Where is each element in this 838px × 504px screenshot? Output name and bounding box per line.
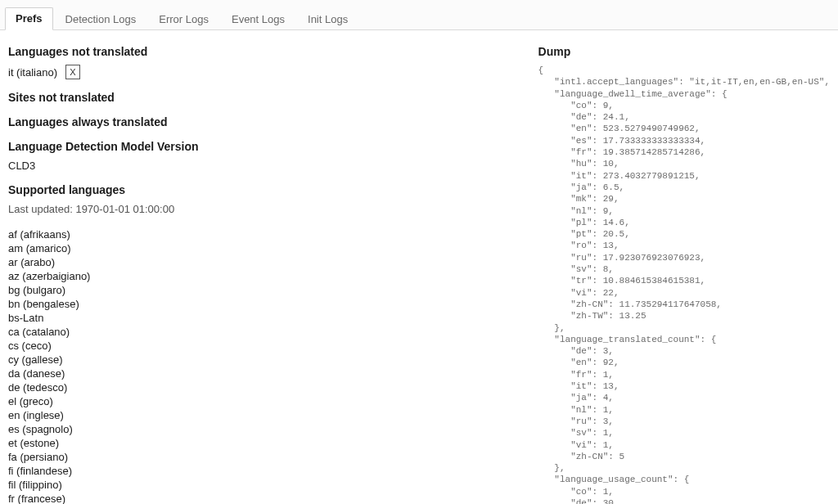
left-pane: Languages not translated it (italiano) X… [0, 30, 534, 504]
tab-prefs[interactable]: Prefs [5, 7, 53, 30]
supported-language-item: bs-Latn [8, 312, 525, 324]
right-pane: Dump { "intl.accept_languages": "it,it-I… [534, 30, 838, 504]
supported-language-item: fa (persiano) [8, 451, 525, 463]
tab-bar: PrefsDetection LogsError LogsEvent LogsI… [0, 0, 838, 30]
last-updated-text: Last updated: 1970-01-01 01:00:00 [8, 203, 525, 215]
tab-init-logs[interactable]: Init Logs [297, 8, 358, 30]
supported-language-item: af (afrikaans) [8, 228, 525, 241]
tab-event-logs[interactable]: Event Logs [221, 8, 295, 30]
supported-language-item: ca (catalano) [8, 326, 525, 338]
tab-detection-logs[interactable]: Detection Logs [55, 8, 147, 30]
heading-sites-not-translated: Sites not translated [8, 91, 525, 104]
supported-language-item: cy (gallese) [8, 353, 525, 366]
heading-languages-always-translated: Languages always translated [8, 115, 525, 128]
supported-language-item: et (estone) [8, 437, 525, 449]
supported-language-item: es (spagnolo) [8, 423, 525, 435]
model-version-value: CLD3 [8, 160, 525, 172]
heading-language-detection-model-version: Language Detection Model Version [8, 140, 525, 153]
language-chip-label: it (italiano) [8, 66, 57, 79]
supported-language-item: bn (bengalese) [8, 298, 525, 310]
supported-language-item: bg (bulgaro) [8, 284, 525, 296]
page-root: PrefsDetection LogsError LogsEvent LogsI… [0, 0, 838, 504]
supported-language-item: cs (ceco) [8, 340, 525, 352]
supported-language-item: fr (francese) [8, 493, 525, 504]
supported-language-item: am (amarico) [8, 242, 525, 254]
heading-dump: Dump [538, 45, 830, 58]
tab-error-logs[interactable]: Error Logs [148, 8, 219, 30]
heading-languages-not-translated: Languages not translated [8, 45, 525, 58]
supported-language-item: el (greco) [8, 395, 525, 407]
supported-language-item: fi (finlandese) [8, 465, 525, 477]
supported-language-item: fil (filippino) [8, 479, 525, 491]
supported-language-item: de (tedesco) [8, 381, 525, 394]
supported-language-item: en (inglese) [8, 409, 525, 421]
supported-languages-list: af (afrikaans)am (amarico)ar (arabo)az (… [8, 228, 525, 504]
content-columns: Languages not translated it (italiano) X… [0, 30, 838, 504]
remove-language-button[interactable]: X [65, 65, 80, 79]
dump-pre: { "intl.accept_languages": "it,it-IT,en,… [538, 65, 830, 504]
heading-supported-languages: Supported languages [8, 183, 525, 196]
supported-language-item: ar (arabo) [8, 256, 525, 268]
supported-language-item: da (danese) [8, 367, 525, 380]
not-translated-chip-row: it (italiano) X [8, 65, 525, 79]
language-chip-it: it (italiano) X [8, 65, 80, 79]
supported-language-item: az (azerbaigiano) [8, 270, 525, 282]
